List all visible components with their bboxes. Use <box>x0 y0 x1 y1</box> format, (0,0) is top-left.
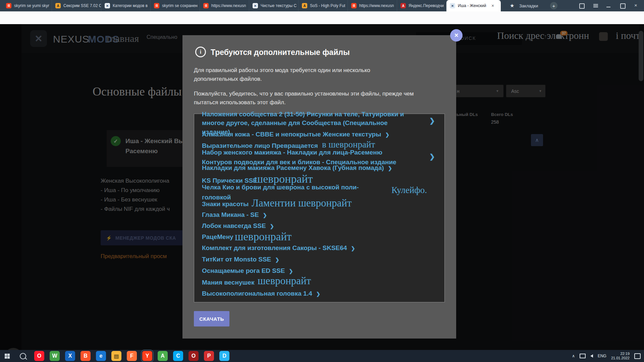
tab-label: https://www.nexusn <box>211 3 246 8</box>
required-file-link[interactable]: РацеМену <box>202 233 233 241</box>
required-file-link[interactable]: Оснащаемые рога ED SSE❯ <box>202 267 293 275</box>
tab-8[interactable]: Яhttps://www.nexusn <box>348 0 397 11</box>
required-file-link[interactable]: Лобок навсегда SSE❯ <box>202 222 274 230</box>
window-close-button[interactable]: × <box>634 2 637 8</box>
taskbar-search-icon[interactable] <box>20 353 26 359</box>
chevron-right-icon: ❯ <box>351 245 355 251</box>
close-icon: × <box>454 32 459 39</box>
link-text: Глаза Микана - SE <box>202 211 259 218</box>
link-text: Оснащаемые рога ED SSE <box>202 267 285 274</box>
chevron-right-icon: ❯ <box>388 165 392 171</box>
taskbar-app-discord[interactable]: D <box>219 351 229 361</box>
maximize-button[interactable] <box>620 3 626 9</box>
tray-language[interactable]: ENG <box>598 354 606 358</box>
tab-5[interactable]: Яhttps://www.nexusn <box>200 0 249 11</box>
tab-7[interactable]: ASoS - High Poly Fut <box>299 0 348 11</box>
tab-active[interactable]: ✕ Иша - Женский × <box>446 0 501 11</box>
yandex-favicon: Я <box>203 3 209 8</box>
taskbar-app-brave[interactable]: B <box>80 351 91 361</box>
taskbar-app-wps[interactable]: W <box>50 351 60 361</box>
modal-paragraph-line: Для правильной работы этого мода требует… <box>194 67 370 74</box>
tab-6[interactable]: ✕Чистые текстуры С <box>249 0 299 11</box>
new-tab-button[interactable]: + <box>550 2 557 9</box>
tab-9[interactable]: АЯндекс.Переводчи <box>397 0 446 11</box>
required-file-link[interactable]: Комплект для изготовления Сакоры - SKSE6… <box>202 244 355 252</box>
required-file-link[interactable]: Глаза Микана - SE❯ <box>202 211 267 219</box>
chevron-right-icon: ❯ <box>289 268 293 274</box>
tab-label: Сексрим SSE 7.02 С <box>63 3 101 8</box>
required-file-link[interactable]: Мания веснушек <box>202 279 254 286</box>
chevron-right-icon: ❯ <box>385 132 389 137</box>
tray-time: 22:19 <box>611 352 630 356</box>
tab-label: SoS - High Poly Fut <box>310 3 345 8</box>
required-file-link[interactable]: Наложения сообщества 2 (31-50) Рисунки н… <box>202 111 404 118</box>
tray-chevron-up-icon[interactable]: ∧ <box>572 354 575 358</box>
bookmarks-star-icon[interactable]: ★ <box>510 3 514 9</box>
taskbar-app-opera-gx[interactable]: O <box>189 351 199 361</box>
info-glyph: i <box>200 49 201 55</box>
translation-artifact: Ламентии шевронрайт <box>252 197 352 209</box>
modal-title: Требуются дополнительные файлы <box>211 48 350 57</box>
required-file-link[interactable]: Набор женского макияжа - Накладки для ли… <box>202 149 382 156</box>
modal-paragraph-line: Пожалуйста, убедитесь, что у вас правиль… <box>194 90 414 97</box>
tab-2[interactable]: AСексрим SSE 7.02 С <box>52 0 101 11</box>
required-file-link[interactable]: головкой <box>202 194 231 201</box>
tab-close-icon[interactable]: × <box>491 3 494 8</box>
link-text: Высокополигональная головка 1.4 <box>202 290 312 297</box>
required-file-link[interactable]: Алмазная кожа - СВВЕ и непокрытые Женски… <box>202 131 389 138</box>
required-file-link[interactable]: Накладки для макияжа Расемену Хавока (Гу… <box>202 164 392 172</box>
required-file-link[interactable]: KS Прически SSE <box>202 177 257 184</box>
taskbar: O W X B e ▤ F Y A C O P D ∧ ENG 22:19 21… <box>0 350 644 362</box>
browser-tab-bar: Яskyrim se yumi skyr AСексрим SSE 7.02 С… <box>0 0 644 11</box>
tab-3[interactable]: ✕Категории модов в <box>101 0 151 11</box>
required-file-link[interactable]: многое другое, сделанные для Сообщества … <box>202 119 388 127</box>
tab-4[interactable]: Яskyrim se сохранен <box>151 0 200 11</box>
link-text: Лобок навсегда SSE <box>202 222 266 229</box>
notification-center-icon[interactable] <box>634 353 641 359</box>
taskbar-app-excel[interactable]: X <box>65 351 75 361</box>
chevron-right-icon: ❯ <box>316 291 320 297</box>
tab-1[interactable]: Яskyrim se yumi skyr <box>3 0 52 11</box>
required-file-link[interactable]: Высокополигональная головка 1.4❯ <box>202 290 320 297</box>
taskbar-app-yandex-active[interactable]: Y <box>142 351 152 361</box>
address-bar: ← ⟳ www.nexusmods.com Иша - Женский Высо… <box>0 11 644 24</box>
plus-icon: + <box>552 3 555 9</box>
tab-label: Чистые текстуры С <box>261 3 297 8</box>
yandex-favicon: Я <box>351 3 357 8</box>
tray-speaker-icon[interactable] <box>590 354 593 358</box>
required-file-link[interactable]: Выразительное лицо Превращается <box>202 142 318 149</box>
taskbar-app-firefox[interactable]: F <box>127 351 137 361</box>
tab-label: Иша - Женский <box>458 3 489 8</box>
taskbar-app-explorer[interactable]: ▤ <box>111 351 121 361</box>
required-file-link[interactable]: Знаки красоты <box>202 200 249 208</box>
modal-close-button[interactable]: × <box>450 29 463 42</box>
tab-panels-icon[interactable] <box>579 3 585 9</box>
minimize-button[interactable] <box>606 7 610 7</box>
chevron-right-icon[interactable]: ❯ <box>429 153 435 161</box>
taskbar-app-player[interactable]: P <box>204 351 214 361</box>
chevron-right-icon[interactable]: ❯ <box>429 117 435 125</box>
modal-paragraph-line: дополнительных файлов. <box>194 76 262 82</box>
taskbar-app-ccleaner[interactable]: C <box>173 351 183 361</box>
bookmarks-label[interactable]: Закладки <box>519 3 538 8</box>
translation-artifact: шевронрайт <box>235 231 292 243</box>
translation-artifact: Кулейфо. <box>391 185 427 195</box>
info-icon: i <box>195 47 206 57</box>
tray-display-icon[interactable] <box>580 354 586 358</box>
chevron-right-icon: ❯ <box>263 212 267 218</box>
download-button[interactable]: СКАЧАТЬ <box>194 311 229 326</box>
link-text: Комплект для изготовления Сакоры - SKSE6… <box>202 244 347 251</box>
menu-icon[interactable] <box>593 3 598 8</box>
required-file-link[interactable]: ТитКит от Monsto SSE❯ <box>202 256 279 263</box>
tray-clock[interactable]: 22:19 21.01.2022 <box>611 352 630 360</box>
taskbar-app-adguard[interactable]: A <box>158 351 168 361</box>
nexus-favicon: ✕ <box>253 3 258 8</box>
modal-paragraph-line: пытаться использовать этот файл. <box>194 99 286 106</box>
tab-label: skyrim se yumi skyr <box>14 3 49 8</box>
chevron-right-icon: ❯ <box>270 223 274 229</box>
start-button[interactable] <box>5 354 10 359</box>
link-text: ТитКит от Monsto SSE <box>202 256 271 263</box>
taskbar-app-edge[interactable]: e <box>96 351 106 361</box>
chevron-right-icon: ❯ <box>275 257 279 262</box>
taskbar-app-opera[interactable]: O <box>34 351 44 361</box>
